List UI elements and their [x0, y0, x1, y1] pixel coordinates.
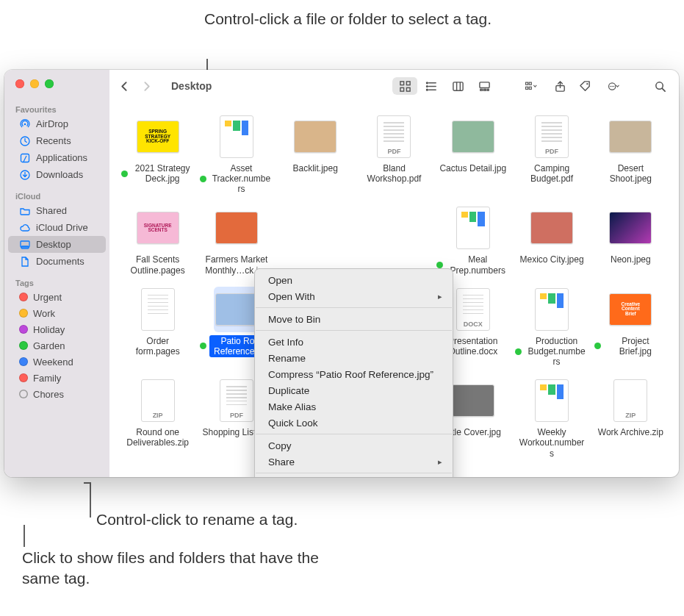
- sidebar-item-label: Chores: [33, 389, 64, 400]
- context-menu-item[interactable]: Rename: [258, 350, 450, 366]
- svg-point-30: [611, 85, 613, 87]
- minimize-icon[interactable]: [30, 79, 39, 88]
- share-button[interactable]: [550, 76, 570, 96]
- svg-point-13: [426, 82, 428, 83]
- sidebar-item-label: Work: [33, 308, 55, 319]
- context-menu-item[interactable]: Compress “Patio Roof Reference.jpg”: [258, 366, 450, 382]
- sidebar-item[interactable]: Shared: [8, 202, 106, 219]
- file-item[interactable]: Backlit.jpeg: [276, 112, 355, 196]
- clock-icon: [19, 135, 31, 147]
- file-item[interactable]: Desert Shoot.jpeg: [591, 112, 670, 196]
- file-item[interactable]: Neon.jpeg: [591, 204, 670, 277]
- sidebar-tag-item[interactable]: Garden: [8, 337, 106, 354]
- svg-rect-24: [525, 87, 528, 89]
- sidebar-tag-item[interactable]: Work: [8, 305, 106, 321]
- sidebar-item-label: Weekend: [33, 357, 73, 368]
- file-item[interactable]: ZIPRound one Deliverables.zip: [118, 376, 197, 460]
- file-label: Cactus Detail.jpg: [437, 162, 508, 174]
- view-gallery-button[interactable]: [472, 77, 497, 95]
- sidebar-item[interactable]: Recents: [8, 132, 106, 149]
- context-menu-item[interactable]: Get Info: [258, 334, 450, 350]
- file-item[interactable]: CreativeContentBriefProject Brief.jpg: [591, 285, 670, 369]
- search-button[interactable]: [649, 76, 670, 96]
- menu-separator: [256, 473, 452, 473]
- callout-top: Control-click a file or folder to select…: [204, 9, 492, 29]
- sidebar-tag-item[interactable]: Family: [8, 370, 106, 386]
- svg-rect-8: [400, 87, 403, 91]
- folder-icon: [19, 205, 31, 217]
- sidebar-item-label: Documents: [36, 256, 84, 267]
- file-item[interactable]: PDFBland Workshop.pdf: [355, 112, 433, 196]
- sidebar-item[interactable]: Applications: [8, 149, 106, 166]
- context-menu-item[interactable]: Move to Bin: [258, 311, 450, 327]
- sidebar-item-label: Shared: [36, 205, 67, 216]
- svg-rect-16: [453, 82, 462, 90]
- view-column-button[interactable]: [445, 77, 470, 95]
- file-item[interactable]: ZIPWork Archive.zip: [591, 376, 670, 460]
- file-item[interactable]: Asset Tracker.numbers: [197, 112, 276, 196]
- tag-button[interactable]: [575, 76, 595, 96]
- file-item[interactable]: Mexico City.jpeg: [512, 204, 591, 277]
- file-item[interactable]: SPRINGSTRATEGYKICK-OFF2021 Strategy Deck…: [118, 112, 197, 196]
- sidebar-item[interactable]: iCloud Drive: [8, 219, 106, 236]
- tag-color-dot: [19, 357, 28, 366]
- file-label: Order form.pages: [121, 335, 194, 357]
- sidebar-section-title: Favourites: [4, 102, 109, 115]
- file-item[interactable]: Cactus Detail.jpg: [433, 112, 512, 196]
- context-menu-item[interactable]: Make Alias: [258, 398, 450, 415]
- view-icon-button[interactable]: [392, 77, 417, 95]
- context-menu-item[interactable]: Open With▸: [258, 288, 450, 304]
- svg-rect-20: [480, 89, 482, 90]
- context-menu-item[interactable]: Duplicate: [258, 382, 450, 398]
- close-icon[interactable]: [15, 79, 24, 88]
- context-menu-item[interactable]: Open: [258, 272, 450, 288]
- view-mode-segmented: [392, 77, 497, 95]
- file-label: Asset Tracker.numbers: [209, 162, 273, 195]
- file-thumbnail: [450, 205, 496, 251]
- file-item[interactable]: PDFCamping Budget.pdf: [512, 112, 591, 196]
- file-item[interactable]: SIGNATURESCENTSFall Scents Outline.pages: [118, 204, 197, 277]
- file-item[interactable]: Meal Prep.numbers: [433, 204, 512, 277]
- sidebar-item[interactable]: Documents: [8, 253, 106, 270]
- svg-rect-26: [529, 87, 531, 89]
- sidebar-tag-item[interactable]: Chores: [8, 386, 106, 402]
- context-menu-item[interactable]: Quick Look: [258, 415, 450, 431]
- file-item[interactable]: Order form.pages: [118, 285, 197, 369]
- menu-separator: [256, 434, 452, 434]
- file-thumbnail: [529, 205, 575, 251]
- context-menu-item[interactable]: Share▸: [258, 454, 450, 470]
- file-item[interactable]: Weekly Workout.numbers: [512, 376, 591, 460]
- zoom-icon[interactable]: [45, 79, 54, 88]
- sidebar-item-label: Desktop: [36, 239, 71, 250]
- context-menu-item-label: Get Info: [268, 337, 303, 348]
- context-menu-item-label: Copy: [268, 440, 292, 451]
- view-list-button[interactable]: [419, 77, 444, 95]
- menu-separator: [256, 330, 452, 331]
- back-button[interactable]: [114, 76, 134, 96]
- file-item[interactable]: Production Budget.numbers: [512, 285, 591, 369]
- sidebar-item[interactable]: AirDrop: [8, 115, 106, 132]
- file-tag-dot: [121, 171, 128, 177]
- sidebar-tag-item[interactable]: Urgent: [8, 289, 106, 305]
- leader-mid-h: [84, 482, 91, 484]
- file-item[interactable]: Farmers Market Monthly…ck.jpg: [197, 204, 276, 277]
- file-thumbnail: ZIP: [608, 378, 653, 423]
- svg-rect-19: [479, 82, 489, 87]
- leader-mid-v: [90, 482, 91, 517]
- desktop-icon: [19, 239, 31, 251]
- sidebar-tag-item[interactable]: Weekend: [8, 354, 106, 370]
- leader-bottom: [24, 525, 25, 547]
- file-label: Camping Budget.pdf: [515, 162, 588, 185]
- context-menu-item[interactable]: Copy: [258, 437, 450, 454]
- group-by-button[interactable]: [516, 76, 545, 96]
- sidebar-item[interactable]: Downloads: [8, 166, 106, 183]
- svg-point-0: [24, 123, 26, 125]
- tag-color-dot: [19, 373, 28, 382]
- sidebar-item[interactable]: Desktop: [8, 236, 106, 253]
- forward-button[interactable]: [136, 76, 156, 96]
- file-thumbnail: DOCX: [450, 287, 496, 332]
- action-button[interactable]: [600, 76, 627, 96]
- tag-color-dot: [19, 325, 28, 334]
- sidebar-item-label: Applications: [36, 152, 87, 163]
- sidebar-tag-item[interactable]: Holiday: [8, 321, 106, 337]
